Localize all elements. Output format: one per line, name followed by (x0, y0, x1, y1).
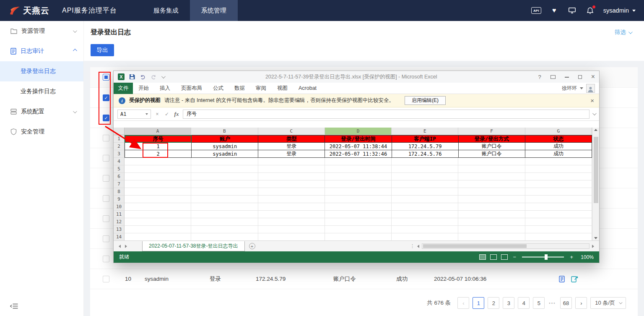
excel-cell-B14[interactable] (191, 233, 258, 240)
excel-cell-F14[interactable] (458, 233, 525, 240)
sidebar-item-system-config[interactable]: 系统配置 (0, 102, 83, 122)
excel-cell-D7[interactable] (325, 180, 392, 188)
insert-function-icon[interactable]: fx (173, 111, 180, 118)
sidebar-item-resources[interactable]: 资源管理 (0, 21, 83, 41)
excel-cell-B13[interactable] (191, 226, 258, 233)
excel-cell-A9[interactable] (125, 196, 191, 203)
ribbon-tab[interactable]: 数据 (229, 83, 250, 94)
sidebar-collapse-icon[interactable] (10, 303, 18, 311)
excel-cell-D13[interactable] (325, 226, 392, 233)
close-icon[interactable]: × (590, 97, 594, 104)
excel-cell-A13[interactable] (125, 226, 191, 233)
zoom-slider[interactable] (522, 256, 564, 258)
excel-cell-D10[interactable] (325, 203, 392, 211)
excel-row-number[interactable]: 14 (114, 233, 125, 240)
scroll-down-icon[interactable] (594, 237, 597, 239)
excel-cell-B12[interactable] (191, 218, 258, 226)
excel-cell-D11[interactable] (325, 211, 392, 218)
excel-cell-F12[interactable] (458, 218, 525, 226)
cancel-icon[interactable]: × (154, 111, 161, 117)
excel-cell-E6[interactable] (392, 173, 458, 180)
sidebar-item-security[interactable]: 安全管理 (0, 122, 83, 142)
excel-row-number[interactable]: 8 (114, 188, 125, 196)
excel-cell-B7[interactable] (191, 180, 258, 188)
excel-cell-E7[interactable] (392, 180, 458, 188)
excel-cell-E14[interactable] (392, 233, 458, 240)
excel-cell-G6[interactable] (525, 173, 592, 180)
excel-cell-G7[interactable] (525, 180, 592, 188)
excel-column-header-A[interactable]: A (125, 128, 191, 135)
excel-row-number[interactable]: 10 (114, 203, 125, 211)
excel-cell-F1[interactable]: 登录/登出方式 (459, 135, 525, 143)
excel-cell-A11[interactable] (125, 211, 191, 218)
ribbon-tab[interactable]: 插入 (154, 83, 176, 94)
row-checkbox[interactable] (103, 155, 109, 162)
pagination-page-1[interactable]: 1 (473, 297, 484, 309)
excel-row-number[interactable]: 6 (114, 173, 125, 180)
excel-cell-E2[interactable]: 172.24.5.79 (392, 143, 459, 150)
excel-cell-A10[interactable] (125, 203, 191, 211)
excel-row-number[interactable]: 13 (114, 226, 125, 233)
select-all-checkbox[interactable] (103, 74, 109, 81)
help-icon[interactable]: ? (538, 74, 541, 80)
excel-column-header-C[interactable]: C (258, 128, 325, 135)
excel-column-header-F[interactable]: F (458, 128, 525, 135)
excel-cell-F5[interactable] (458, 165, 525, 173)
zoom-out-icon[interactable]: − (512, 254, 517, 260)
nav-item[interactable]: 服务集成 (142, 0, 190, 21)
excel-cell-E5[interactable] (392, 165, 458, 173)
scroll-up-icon[interactable] (594, 129, 597, 131)
row-checkbox[interactable] (103, 215, 109, 222)
excel-row-number[interactable]: 2 (114, 143, 125, 150)
excel-cell-B11[interactable] (191, 211, 258, 218)
excel-cell-A5[interactable] (125, 165, 191, 173)
excel-cell-C6[interactable] (258, 173, 325, 180)
excel-cell-G1[interactable]: 状态 (525, 135, 592, 143)
excel-cell-B1[interactable]: 账户 (192, 135, 258, 143)
excel-cell-A1[interactable]: 序号 (125, 135, 192, 143)
excel-cell-A3[interactable]: 2 (125, 150, 192, 158)
excel-cell-C7[interactable] (258, 180, 325, 188)
excel-cell-G10[interactable] (525, 203, 592, 211)
excel-cell-G8[interactable] (525, 188, 592, 196)
excel-row-number[interactable]: 11 (114, 211, 125, 218)
row-checkbox[interactable] (103, 195, 109, 202)
excel-cell-A7[interactable] (125, 180, 191, 188)
excel-cell-F10[interactable] (458, 203, 525, 211)
row-checkbox[interactable] (103, 235, 109, 242)
excel-row-number[interactable]: 12 (114, 218, 125, 226)
excel-cell-A6[interactable] (125, 173, 191, 180)
excel-row-number[interactable]: 7 (114, 180, 125, 188)
excel-cell-G2[interactable]: 成功 (525, 143, 592, 150)
excel-cell-B3[interactable]: sysadmin (192, 150, 258, 158)
excel-cell-G4[interactable] (525, 158, 592, 165)
excel-cell-A8[interactable] (125, 188, 191, 196)
excel-cell-G3[interactable]: 成功 (525, 150, 592, 158)
excel-cell-F6[interactable] (458, 173, 525, 180)
vertical-scrollbar[interactable] (592, 128, 599, 240)
excel-cell-F4[interactable] (458, 158, 525, 165)
sidebar-item-login-logout-log[interactable]: 登录登出日志 (0, 61, 83, 81)
scrollbar-thumb[interactable] (594, 137, 598, 203)
excel-cell-G5[interactable] (525, 165, 592, 173)
pagination-prev[interactable]: ‹ (457, 297, 469, 309)
minimize-icon[interactable] (565, 76, 569, 78)
filter-toggle[interactable]: 筛选 (615, 29, 631, 36)
excel-cell-B6[interactable] (191, 173, 258, 180)
undo-icon[interactable] (140, 74, 146, 80)
enable-editing-button[interactable]: 启用编辑(E) (405, 96, 446, 105)
excel-cell-G13[interactable] (525, 226, 592, 233)
excel-cell-F7[interactable] (458, 180, 525, 188)
ribbon-tab[interactable]: 视图 (272, 83, 293, 94)
excel-cell-E1[interactable]: 客户端IP (392, 135, 459, 143)
excel-cell-C4[interactable] (258, 158, 325, 165)
sheet-nav-right-icon[interactable] (125, 245, 127, 248)
pagination-page-5[interactable]: 5 (533, 297, 545, 309)
excel-cell-B10[interactable] (191, 203, 258, 211)
excel-cell-E12[interactable] (392, 218, 458, 226)
scroll-right-icon[interactable] (592, 245, 594, 248)
nav-item[interactable]: 系统管理 (190, 0, 238, 21)
excel-cell-C11[interactable] (258, 211, 325, 218)
excel-cell-D6[interactable] (325, 173, 392, 180)
excel-row-number[interactable]: 1 (114, 135, 125, 143)
